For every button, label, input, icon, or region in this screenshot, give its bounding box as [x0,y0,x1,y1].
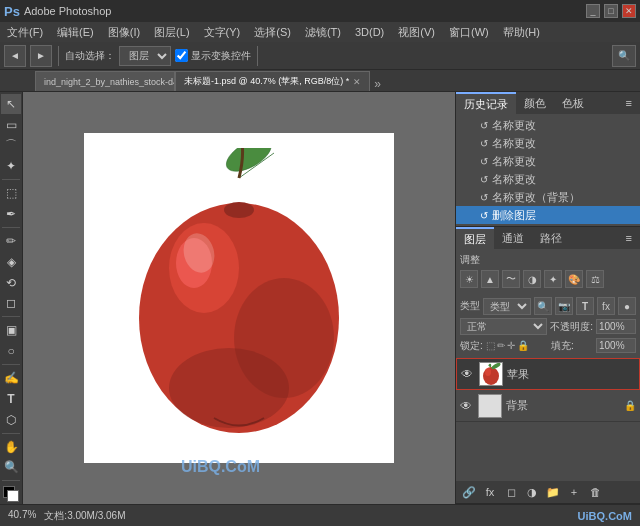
layers-menu-btn[interactable]: ≡ [618,227,640,249]
minimize-button[interactable]: _ [586,4,600,18]
layer-fx-icon[interactable]: fx [597,297,615,315]
tool-type[interactable]: T [1,389,21,409]
history-item-4[interactable]: ↺ 名称更改 [456,170,640,188]
title-bar: Ps Adobe Photoshop _ □ ✕ [0,0,640,22]
adjust-balance[interactable]: ⚖ [586,270,604,288]
layer-visibility-apple[interactable]: 👁 [461,367,475,381]
tool-clone[interactable]: ◈ [1,252,21,272]
show-transform-checkbox[interactable] [175,49,188,62]
tool-dodge[interactable]: ○ [1,341,21,361]
canvas-area[interactable]: UiBQ.CoM [23,92,455,504]
add-mask-btn[interactable]: ◻ [502,483,520,501]
layer-camera-icon[interactable]: 📷 [555,297,573,315]
menu-filter[interactable]: 滤镜(T) [302,25,344,40]
tool-sep-4 [2,364,20,365]
add-adjustment-btn[interactable]: ◑ [523,483,541,501]
tool-wand[interactable]: ✦ [1,157,21,177]
fill-input[interactable] [596,338,636,353]
maximize-button[interactable]: □ [604,4,618,18]
history-item-2[interactable]: ↺ 名称更改 [456,134,640,152]
menu-layer[interactable]: 图层(L) [151,25,192,40]
tool-marquee[interactable]: ▭ [1,115,21,135]
tool-eraser[interactable]: ◻ [1,294,21,314]
menu-image[interactable]: 图像(I) [105,25,143,40]
lock-transparency-icon[interactable]: ⬚ [486,340,495,351]
back-button[interactable]: ◄ [4,45,26,67]
history-item-6[interactable]: ↺ 删除图层 [456,206,640,224]
layer-type-select[interactable]: 类型 [483,298,531,315]
menu-3d[interactable]: 3D(D) [352,26,387,38]
layers-tab[interactable]: 图层 [456,227,494,249]
tool-zoom[interactable]: 🔍 [1,457,21,477]
adjust-vibrance[interactable]: ✦ [544,270,562,288]
auto-select-dropdown[interactable]: 图层 [119,46,171,66]
menu-select[interactable]: 选择(S) [251,25,294,40]
tool-history-brush[interactable]: ⟲ [1,273,21,293]
adjust-levels[interactable]: ▲ [481,270,499,288]
adjust-curves[interactable]: 〜 [502,270,520,288]
layer-apple[interactable]: 👁 苹果 [456,358,640,390]
layer-visibility-bg[interactable]: 👁 [460,399,474,413]
layer-T-icon[interactable]: T [576,297,594,315]
zoom-level: 40.7% [8,509,36,523]
layer-search-icon[interactable]: 🔍 [534,297,552,315]
tool-crop[interactable]: ⬚ [1,183,21,203]
channels-tab[interactable]: 通道 [494,227,532,249]
panel-tabs: 历史记录 颜色 色板 ≡ [456,92,640,114]
menu-edit[interactable]: 编辑(E) [54,25,97,40]
tab-close-icon[interactable]: ✕ [353,77,361,87]
tool-move[interactable]: ↖ [1,94,21,114]
add-group-btn[interactable]: 📁 [544,483,562,501]
foreground-color[interactable] [1,484,21,504]
menu-window[interactable]: 窗口(W) [446,25,492,40]
adjust-brightness[interactable]: ☀ [460,270,478,288]
menu-help[interactable]: 帮助(H) [500,25,543,40]
app-icon: Ps [4,4,20,19]
add-tab-button[interactable]: » [374,77,381,91]
tool-gradient[interactable]: ▣ [1,320,21,340]
close-button[interactable]: ✕ [622,4,636,18]
history-item-1[interactable]: ↺ 名称更改 [456,116,640,134]
adjust-hue[interactable]: 🎨 [565,270,583,288]
layer-adj-icon[interactable]: ● [618,297,636,315]
svg-point-11 [485,368,491,376]
window-controls[interactable]: _ □ ✕ [586,4,636,18]
tool-pen[interactable]: ✍ [1,368,21,388]
tab-1[interactable]: ind_night_2_by_nathies_stock-d4gy0ih.psd [35,71,175,91]
menu-type[interactable]: 文字(Y) [201,25,244,40]
tool-path[interactable]: ⬡ [1,410,21,430]
color-tab[interactable]: 颜色 [516,92,554,114]
adjust-title: 调整 [460,253,636,267]
swatches-tab[interactable]: 色板 [554,92,592,114]
tool-hand[interactable]: ✋ [1,437,21,457]
history-tab[interactable]: 历史记录 [456,92,516,114]
lock-brush-icon[interactable]: ✏ [497,340,505,351]
tool-sep-1 [2,179,20,180]
menu-bar: 文件(F) 编辑(E) 图像(I) 图层(L) 文字(Y) 选择(S) 滤镜(T… [0,22,640,42]
link-layers-btn[interactable]: 🔗 [460,483,478,501]
delete-layer-btn[interactable]: 🗑 [586,483,604,501]
lock-all-icon[interactable]: 🔒 [517,340,529,351]
add-layer-btn[interactable]: + [565,483,583,501]
tool-brush[interactable]: ✏ [1,231,21,251]
tool-lasso[interactable]: ⌒ [1,136,21,156]
lock-move-icon[interactable]: ✛ [507,340,515,351]
panel-menu-btn[interactable]: ≡ [618,92,640,114]
history-item-3[interactable]: ↺ 名称更改 [456,152,640,170]
history-item-5[interactable]: ↺ 名称更改（背景） [456,188,640,206]
opacity-input[interactable] [596,319,636,334]
search-icon[interactable]: 🔍 [612,45,636,67]
menu-file[interactable]: 文件(F) [4,25,46,40]
tool-eyedrop[interactable]: ✒ [1,204,21,224]
blend-mode-select[interactable]: 正常 [460,318,547,335]
menu-view[interactable]: 视图(V) [395,25,438,40]
layer-background[interactable]: 👁 背景 🔒 [456,390,640,422]
tab-2[interactable]: 未标题-1.psd @ 40.7% (苹果, RGB/8位) * ✕ [175,71,370,91]
forward-button[interactable]: ► [30,45,52,67]
paths-tab[interactable]: 路径 [532,227,570,249]
adjust-exposure[interactable]: ◑ [523,270,541,288]
show-transform-label[interactable]: 显示变换控件 [175,49,251,63]
add-style-btn[interactable]: fx [481,483,499,501]
svg-point-8 [224,202,254,218]
history-list: ↺ 名称更改 ↺ 名称更改 ↺ 名称更改 ↺ 名称更改 ↺ 名称更改（背景） ↺… [456,114,640,226]
